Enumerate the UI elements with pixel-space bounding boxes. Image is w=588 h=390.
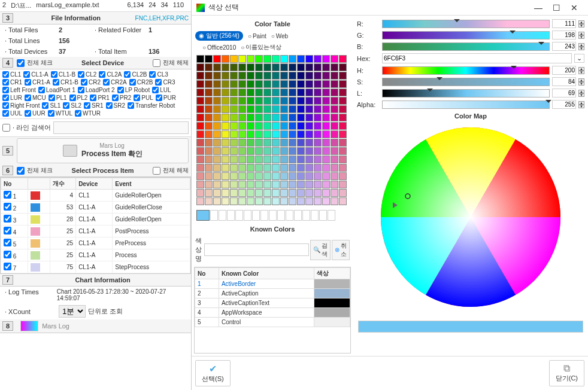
color-swatch[interactable] — [255, 122, 263, 130]
custom-color-slot[interactable] — [260, 210, 268, 221]
color-swatch[interactable] — [305, 189, 313, 197]
color-swatch[interactable] — [247, 156, 254, 163]
color-swatch[interactable] — [314, 156, 322, 163]
color-swatch[interactable] — [322, 122, 330, 130]
radio-office[interactable]: ○ Office2010 — [202, 43, 236, 51]
color-swatch[interactable] — [289, 172, 296, 180]
color-swatch[interactable] — [213, 197, 221, 205]
color-swatch[interactable] — [305, 197, 313, 205]
color-swatch[interactable] — [222, 172, 229, 180]
kc-th-color[interactable]: 색상 — [314, 268, 350, 279]
color-swatch[interactable] — [280, 80, 288, 88]
color-swatch[interactable] — [196, 197, 204, 205]
color-swatch[interactable] — [272, 147, 280, 155]
slider-value-h[interactable] — [552, 66, 576, 75]
device-check-wtul[interactable]: WTUL — [48, 110, 72, 117]
color-swatch[interactable] — [238, 181, 246, 188]
color-swatch[interactable] — [255, 147, 263, 155]
color-swatch[interactable] — [322, 89, 330, 96]
chk[interactable] — [156, 95, 162, 101]
color-swatch[interactable] — [331, 105, 338, 113]
color-swatch[interactable] — [280, 122, 288, 130]
color-swatch[interactable] — [289, 139, 296, 147]
color-swatch[interactable] — [272, 197, 280, 205]
color-swatch[interactable] — [205, 156, 213, 163]
color-swatch[interactable] — [289, 197, 296, 205]
color-swatch[interactable] — [247, 181, 254, 188]
chk[interactable] — [78, 71, 84, 78]
color-swatch[interactable] — [339, 97, 347, 105]
color-swatch[interactable] — [213, 189, 221, 197]
color-swatch[interactable] — [314, 114, 322, 121]
slider-value-l[interactable] — [552, 89, 576, 98]
process-row[interactable]: 625CL1-AProcess — [1, 249, 190, 261]
color-swatch[interactable] — [205, 80, 213, 88]
color-swatch[interactable] — [322, 189, 330, 197]
color-swatch[interactable] — [331, 72, 338, 80]
color-swatch[interactable] — [196, 181, 204, 188]
chk[interactable] — [51, 71, 57, 78]
color-swatch[interactable] — [322, 164, 330, 172]
color-swatch[interactable] — [305, 80, 313, 88]
color-swatch[interactable] — [272, 55, 280, 63]
spinner-g[interactable]: ▲▼ — [578, 32, 584, 39]
color-swatch[interactable] — [213, 122, 221, 130]
color-swatch[interactable] — [263, 114, 271, 121]
color-swatch[interactable] — [196, 89, 204, 96]
chk[interactable] — [112, 95, 119, 101]
chk[interactable] — [53, 79, 59, 86]
color-swatch[interactable] — [213, 147, 221, 155]
color-swatch[interactable] — [222, 181, 229, 188]
device-check-cl2b[interactable]: CL2B — [124, 71, 147, 78]
color-swatch[interactable] — [322, 172, 330, 180]
color-swatch[interactable] — [230, 147, 238, 155]
color-swatch[interactable] — [322, 197, 330, 205]
device-check-loadport-2[interactable]: LoadPort 2 — [78, 87, 115, 93]
slider-s[interactable] — [382, 78, 550, 86]
color-swatch[interactable] — [238, 164, 246, 172]
row-check[interactable] — [4, 251, 11, 258]
device-check-cl1-b[interactable]: CL1-B — [51, 71, 75, 78]
check-all-process[interactable] — [17, 167, 25, 175]
color-swatch[interactable] — [322, 80, 330, 88]
color-swatch[interactable] — [263, 189, 271, 197]
device-check-pur[interactable]: PUR — [156, 95, 176, 101]
color-swatch[interactable] — [322, 181, 330, 188]
color-swatch[interactable] — [322, 97, 330, 105]
color-swatch[interactable] — [280, 164, 288, 172]
color-swatch[interactable] — [297, 172, 305, 180]
color-swatch[interactable] — [247, 139, 254, 147]
slider-g[interactable] — [382, 31, 550, 39]
color-swatch[interactable] — [339, 130, 347, 138]
color-swatch[interactable] — [205, 55, 213, 63]
color-swatch[interactable] — [196, 55, 204, 63]
color-swatch[interactable] — [331, 55, 338, 63]
color-swatch[interactable] — [297, 139, 305, 147]
device-check-transfer-robot[interactable]: Transfer Robot — [128, 102, 175, 109]
color-swatch[interactable] — [339, 181, 347, 188]
color-swatch[interactable] — [289, 164, 296, 172]
color-swatch[interactable] — [222, 197, 229, 205]
chk[interactable] — [25, 110, 31, 117]
color-swatch[interactable] — [222, 105, 229, 113]
device-check-cr2a[interactable]: CR2A — [103, 79, 127, 86]
color-swatch[interactable] — [339, 63, 347, 71]
color-swatch[interactable] — [272, 172, 280, 180]
chk[interactable] — [103, 79, 110, 86]
slider-value-b[interactable] — [552, 42, 576, 51]
color-swatch[interactable] — [305, 139, 313, 147]
color-swatch[interactable] — [213, 172, 221, 180]
spinner-r[interactable]: ▲▼ — [578, 20, 584, 28]
chk[interactable] — [48, 110, 54, 117]
kc-th-name[interactable]: Known Color — [219, 268, 314, 279]
color-swatch[interactable] — [305, 147, 313, 155]
color-swatch[interactable] — [272, 72, 280, 80]
color-swatch[interactable] — [196, 105, 204, 113]
color-swatch[interactable] — [205, 130, 213, 138]
color-swatch[interactable] — [247, 172, 254, 180]
line-search-check[interactable] — [2, 124, 10, 132]
color-swatch[interactable] — [339, 172, 347, 180]
color-swatch[interactable] — [238, 139, 246, 147]
color-swatch[interactable] — [213, 164, 221, 172]
color-swatch[interactable] — [238, 55, 246, 63]
